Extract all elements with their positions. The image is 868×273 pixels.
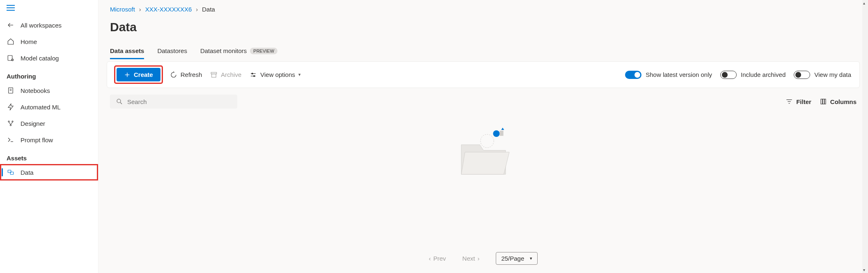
svg-line-14 bbox=[11, 122, 13, 125]
sidebar-item-notebooks[interactable]: Notebooks bbox=[0, 82, 98, 99]
svg-rect-31 bbox=[821, 99, 822, 104]
svg-point-25 bbox=[254, 75, 255, 76]
toggle-label: Show latest version only bbox=[646, 71, 712, 78]
sidebar-section-assets: Assets bbox=[0, 148, 98, 164]
svg-point-34 bbox=[480, 134, 493, 148]
sidebar-item-prompt-flow[interactable]: Prompt flow bbox=[0, 132, 98, 148]
hamburger-menu[interactable] bbox=[0, 0, 98, 17]
toggle-include-archived[interactable]: Include archived bbox=[720, 71, 786, 79]
tab-dataset-monitors[interactable]: Dataset monitors PREVIEW bbox=[200, 44, 277, 59]
svg-line-27 bbox=[120, 102, 122, 104]
sidebar-label: Notebooks bbox=[21, 87, 50, 94]
sidebar-label: Model catalog bbox=[21, 55, 59, 62]
filter-label: Filter bbox=[796, 98, 811, 105]
toggle-label: Include archived bbox=[741, 71, 786, 78]
sliders-icon bbox=[250, 71, 257, 79]
next-button[interactable]: Next › bbox=[463, 255, 480, 262]
lightning-icon bbox=[7, 103, 15, 111]
prev-label: Prev bbox=[433, 255, 446, 262]
sidebar-label: Automated ML bbox=[21, 104, 61, 111]
search-box[interactable] bbox=[110, 95, 237, 109]
sidebar-section-authoring: Authoring bbox=[0, 66, 98, 82]
chevron-left-icon: ‹ bbox=[429, 255, 431, 262]
svg-rect-21 bbox=[212, 74, 216, 77]
refresh-button[interactable]: Refresh bbox=[170, 71, 202, 79]
breadcrumb-current: Data bbox=[202, 6, 215, 13]
tab-data-assets[interactable]: Data assets bbox=[110, 44, 144, 59]
all-workspaces-link[interactable]: All workspaces bbox=[0, 17, 98, 33]
main-content: Microsoft › XXX-XXXXXXX6 › Data Data Dat… bbox=[98, 0, 868, 273]
search-icon bbox=[116, 98, 123, 105]
catalog-icon bbox=[7, 54, 15, 62]
sidebar-item-automated-ml[interactable]: Automated ML bbox=[0, 99, 98, 115]
tabs: Data assets Datastores Dataset monitors … bbox=[98, 44, 868, 60]
svg-rect-32 bbox=[822, 99, 824, 104]
svg-line-13 bbox=[9, 122, 11, 125]
svg-point-5 bbox=[11, 59, 14, 61]
svg-marker-37 bbox=[501, 128, 504, 130]
columns-label: Columns bbox=[830, 98, 857, 105]
create-label: Create bbox=[134, 71, 153, 78]
svg-point-23 bbox=[252, 73, 253, 74]
next-label: Next bbox=[463, 255, 475, 262]
svg-marker-9 bbox=[8, 104, 13, 110]
empty-state bbox=[98, 115, 868, 247]
tab-datastores[interactable]: Datastores bbox=[157, 44, 187, 59]
sidebar-label: Home bbox=[21, 38, 37, 45]
search-input[interactable] bbox=[127, 98, 231, 105]
view-options-button[interactable]: View options ▾ bbox=[250, 71, 301, 79]
chevron-right-icon: › bbox=[477, 255, 479, 262]
sidebar-label: Designer bbox=[21, 120, 45, 127]
refresh-icon bbox=[170, 71, 177, 79]
main-scrollbar[interactable]: ▴ ▾ bbox=[862, 0, 868, 273]
sidebar-item-home[interactable]: Home bbox=[0, 33, 98, 50]
notebook-icon bbox=[7, 86, 15, 95]
designer-icon bbox=[7, 119, 15, 127]
breadcrumb: Microsoft › XXX-XXXXXXX6 › Data bbox=[98, 0, 868, 13]
chevron-down-icon: ▾ bbox=[530, 256, 532, 261]
sidebar: All workspaces Home Model catalog Author… bbox=[0, 0, 98, 273]
prev-button[interactable]: ‹ Prev bbox=[429, 255, 446, 262]
columns-button[interactable]: Columns bbox=[820, 98, 857, 105]
chevron-right-icon: › bbox=[139, 6, 141, 13]
data-icon bbox=[7, 168, 15, 176]
tab-label: Dataset monitors bbox=[200, 47, 247, 54]
empty-folder-icon bbox=[447, 119, 520, 185]
toggle-view-my-data[interactable]: View my data bbox=[794, 71, 851, 79]
svg-point-11 bbox=[12, 121, 13, 122]
create-button-highlight: Create bbox=[115, 67, 162, 83]
terminal-icon bbox=[7, 136, 15, 144]
create-button[interactable]: Create bbox=[117, 68, 160, 81]
page-size-label: 25/Page bbox=[501, 255, 524, 262]
sidebar-item-data[interactable]: Data bbox=[0, 164, 98, 180]
svg-point-12 bbox=[10, 125, 11, 126]
sidebar-label: Prompt flow bbox=[21, 136, 53, 143]
pagination: ‹ Prev Next › 25/Page ▾ bbox=[98, 247, 868, 273]
breadcrumb-workspace[interactable]: XXX-XXXXXXX6 bbox=[145, 6, 192, 13]
archive-label: Archive bbox=[221, 71, 241, 78]
filter-button[interactable]: Filter bbox=[786, 98, 811, 105]
chevron-down-icon: ▾ bbox=[298, 72, 301, 77]
refresh-label: Refresh bbox=[181, 71, 202, 78]
toggle-label: View my data bbox=[814, 71, 851, 78]
sidebar-label: Data bbox=[21, 169, 34, 176]
arrow-left-icon bbox=[7, 21, 15, 29]
page-size-select[interactable]: 25/Page ▾ bbox=[496, 252, 538, 265]
archive-button: Archive bbox=[210, 71, 241, 79]
sidebar-item-model-catalog[interactable]: Model catalog bbox=[0, 50, 98, 66]
preview-badge: PREVIEW bbox=[250, 48, 277, 54]
home-icon bbox=[7, 37, 15, 46]
columns-icon bbox=[820, 98, 827, 105]
toolbar: Create Refresh Archive View options ▾ Sh… bbox=[107, 61, 860, 88]
page-title: Data bbox=[98, 13, 868, 44]
view-options-label: View options bbox=[260, 71, 295, 78]
svg-rect-36 bbox=[499, 131, 503, 136]
chevron-right-icon: › bbox=[196, 6, 198, 13]
breadcrumb-root[interactable]: Microsoft bbox=[110, 6, 135, 13]
all-workspaces-label: All workspaces bbox=[21, 22, 62, 29]
svg-point-10 bbox=[8, 121, 9, 122]
search-row: Filter Columns bbox=[98, 88, 868, 115]
svg-rect-33 bbox=[824, 99, 826, 104]
toggle-show-latest[interactable]: Show latest version only bbox=[625, 71, 712, 79]
sidebar-item-designer[interactable]: Designer bbox=[0, 115, 98, 132]
